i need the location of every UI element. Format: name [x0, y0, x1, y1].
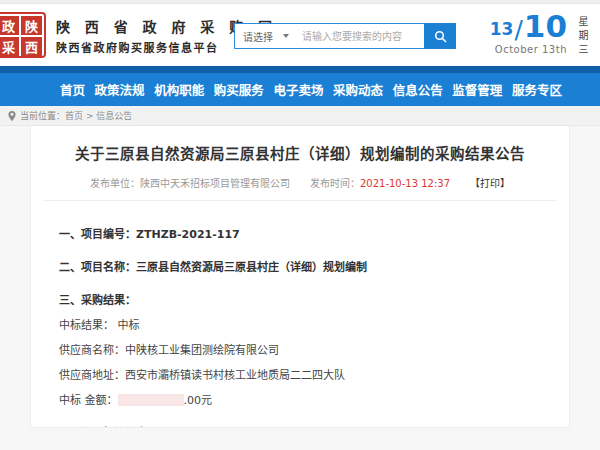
supplier-address-value: 西安市灞桥镇读书村核工业地质局二二四大队	[125, 369, 345, 382]
publish-time-value: 2021-10-13 12:37	[360, 178, 450, 189]
breadcrumb: 当前位置： 首页 > 信息公告	[0, 106, 600, 126]
bid-amount-label: 中标 金额：	[59, 394, 118, 407]
nav-item-purchase-services[interactable]: 购买服务	[214, 80, 264, 99]
project-number-label: 一、项目编号：	[59, 228, 136, 241]
supplier-address-line: 供应商地址：西安市灞桥镇读书村核工业地质局二二四大队	[59, 366, 541, 382]
print-button[interactable]: 【打印】	[470, 175, 510, 190]
location-pin-icon	[8, 111, 16, 121]
breadcrumb-path[interactable]: 首页 > 信息公告	[65, 109, 132, 122]
supplier-name-line: 供应商名称：中陕核工业集团测绘院有限公司	[59, 341, 541, 357]
project-name-value: 三原县自然资源局三原县村庄（详细）规划编制	[136, 261, 367, 274]
search-bar: 请选择	[234, 23, 456, 49]
doc-body: 一、项目编号：ZTHZB-2021-117 二、项目名称：三原县自然资源局三原县…	[43, 225, 557, 428]
date-slash: /	[514, 17, 522, 42]
bid-result-label: 中标结果：	[59, 319, 114, 332]
site-logo[interactable]: 政 陕 采 西	[0, 12, 46, 58]
logo-char: 西	[21, 37, 42, 56]
publisher-value: 陕西中天禾招标项目管理有限公司	[140, 178, 290, 189]
search-button[interactable]	[424, 23, 456, 49]
date-month: 10	[524, 11, 567, 42]
announcement-card: 关于三原县自然资源局三原县村庄（详细）规划编制的采购结果公告 发布单位：陕西中天…	[30, 126, 570, 428]
section-main-subject-info: 四、主要标的信息	[59, 424, 541, 428]
nav-item-policies[interactable]: 政策法规	[95, 80, 145, 99]
nav-item-functions[interactable]: 机构职能	[154, 80, 204, 99]
nav-item-announcements[interactable]: 信息公告	[393, 80, 443, 99]
doc-meta: 发布单位：陕西中天禾招标项目管理有限公司 发布时间：2021-10-13 12:…	[43, 175, 557, 190]
breadcrumb-label: 当前位置：	[20, 109, 65, 122]
nav-item-procurement-news[interactable]: 采购动态	[333, 80, 383, 99]
project-name-label: 二、项目名称：	[59, 261, 136, 274]
date-numbers: 13 / 10	[490, 11, 567, 42]
logo-char: 采	[0, 37, 19, 56]
main-nav: 首页 政策法规 机构职能 购买服务 电子卖场 采购动态 信息公告 监督管理 服务…	[0, 73, 600, 106]
chevron-down-icon	[283, 34, 289, 38]
nav-item-supervision[interactable]: 监督管理	[452, 80, 502, 99]
bid-result-line: 中标结果： 中标	[59, 316, 541, 332]
bid-amount-suffix: .00元	[184, 394, 213, 407]
section-project-number: 一、项目编号：ZTHZB-2021-117	[59, 225, 541, 241]
search-input[interactable]	[297, 31, 424, 42]
divider	[43, 200, 557, 201]
page-title: 关于三原县自然资源局三原县村庄（详细）规划编制的采购结果公告	[43, 142, 557, 163]
nav-item-e-marketplace[interactable]: 电子卖场	[273, 80, 323, 99]
publisher: 发布单位：陕西中天禾招标项目管理有限公司	[90, 175, 290, 190]
project-number-value: ZTHZB-2021-117	[136, 228, 240, 241]
supplier-address-label: 供应商地址：	[59, 369, 125, 382]
logo-char: 陕	[21, 16, 42, 35]
date-weekday: 星期三	[575, 11, 590, 58]
logo-char: 政	[0, 16, 19, 35]
search-icon	[434, 30, 447, 43]
bid-result-value: 中标	[118, 319, 140, 332]
date-english: October 13th	[490, 44, 567, 55]
redacted-amount	[118, 394, 184, 406]
search-category-label: 请选择	[243, 29, 273, 44]
supplier-name-label: 供应商名称：	[59, 344, 125, 357]
supplier-name-value: 中陕核工业集团测绘院有限公司	[125, 344, 279, 357]
search-category-select[interactable]: 请选择	[235, 29, 297, 44]
section-project-name: 二、项目名称：三原县自然资源局三原县村庄（详细）规划编制	[59, 258, 541, 274]
main-content: 关于三原县自然资源局三原县村庄（详细）规划编制的采购结果公告 发布单位：陕西中天…	[0, 126, 600, 428]
bid-amount-line: 中标 金额：.00元	[59, 391, 541, 407]
site-header: 政 陕 采 西 陕 西 省 政 府 采 购 网 陕西省政府购买服务信息平台 请选…	[0, 4, 600, 66]
publish-time-label: 发布时间：	[310, 178, 360, 189]
date-day: 13	[490, 21, 514, 38]
publish-time: 发布时间：2021-10-13 12:37	[310, 175, 450, 190]
nav-item-service-zone[interactable]: 服务专区	[512, 80, 562, 99]
page: 政 陕 采 西 陕 西 省 政 府 采 购 网 陕西省政府购买服务信息平台 请选…	[0, 0, 600, 450]
date-widget: 13 / 10 October 13th 星期三	[490, 11, 590, 58]
publisher-label: 发布单位：	[90, 178, 140, 189]
nav-item-home[interactable]: 首页	[60, 80, 85, 99]
section-procurement-result: 三、采购结果：	[59, 291, 541, 307]
nav-top-strip	[0, 66, 600, 73]
